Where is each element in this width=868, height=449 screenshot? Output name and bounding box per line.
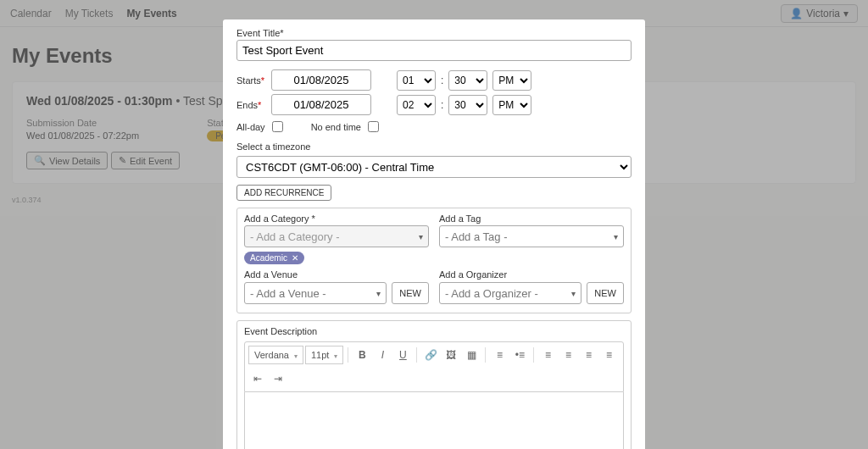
description-label: Event Description (244, 326, 624, 336)
description-editor[interactable] (244, 392, 624, 449)
link-icon[interactable]: 🔗 (421, 346, 440, 364)
title-label: Event Title* (236, 28, 632, 38)
align-right-icon[interactable]: ≡ (579, 346, 598, 364)
organizer-label: Add a Organizer (439, 269, 624, 280)
numbered-list-icon[interactable]: ≡ (490, 346, 509, 364)
outdent-icon[interactable]: ⇤ (248, 369, 267, 388)
tag-label: Add a Tag (439, 213, 624, 224)
timezone-select[interactable]: CST6CDT (GMT-06:00) - Central Time (236, 156, 632, 178)
start-min-select[interactable]: 30 (448, 70, 487, 91)
bold-icon[interactable]: B (353, 346, 371, 364)
starts-label: Starts* (236, 75, 266, 86)
align-justify-icon[interactable]: ≡ (599, 346, 618, 364)
venue-select[interactable]: - Add a Venue - (244, 282, 387, 304)
image-icon[interactable]: 🖼 (442, 346, 460, 364)
venue-label: Add a Venue (244, 269, 429, 280)
start-hour-select[interactable]: 01 (397, 70, 436, 91)
align-center-icon[interactable]: ≡ (559, 346, 577, 364)
category-label: Add a Category * (244, 213, 429, 224)
end-date-input[interactable] (271, 94, 371, 115)
allday-checkbox[interactable] (272, 121, 283, 132)
organizer-select[interactable]: - Add a Organizer - (439, 282, 581, 304)
italic-icon[interactable]: I (373, 346, 392, 364)
new-organizer-button[interactable]: NEW (587, 282, 624, 304)
font-family-select[interactable]: Verdana (248, 346, 303, 364)
allday-checkbox-label[interactable]: All-day (236, 119, 286, 135)
category-chip-academic: Academic ✕ (244, 252, 304, 264)
start-date-input[interactable] (271, 69, 371, 91)
modal-overlay: Event Title* Starts* 01 : 30 PM Ends* 02… (0, 0, 868, 449)
add-recurrence-button[interactable]: ADD RECURRENCE (236, 185, 331, 201)
indent-icon[interactable]: ⇥ (269, 369, 287, 388)
remove-chip-icon[interactable]: ✕ (292, 253, 298, 263)
align-left-icon[interactable]: ≡ (538, 346, 557, 364)
table-icon[interactable]: ▦ (462, 346, 481, 364)
bullet-list-icon[interactable]: •≡ (510, 346, 529, 364)
end-ampm-select[interactable]: PM (492, 95, 531, 115)
edit-event-modal: Event Title* Starts* 01 : 30 PM Ends* 02… (223, 19, 645, 449)
end-hour-select[interactable]: 02 (397, 95, 436, 115)
tag-select[interactable]: - Add a Tag - (439, 225, 624, 247)
font-size-select[interactable]: 11pt (305, 346, 343, 364)
timezone-label: Select a timezone (236, 141, 632, 152)
end-min-select[interactable]: 30 (448, 95, 487, 115)
start-ampm-select[interactable]: PM (492, 70, 531, 91)
rte-toolbar: Verdana 11pt B I U 🔗 🖼 ▦ ≡ •≡ ≡ ≡ ≡ ≡ ⇤ (244, 341, 624, 392)
event-title-input[interactable] (236, 40, 632, 61)
ends-label: Ends* (236, 100, 266, 110)
category-select[interactable]: - Add a Category - (244, 225, 429, 247)
noend-checkbox-label[interactable]: No end time (311, 119, 381, 135)
noend-checkbox[interactable] (368, 121, 379, 132)
new-venue-button[interactable]: NEW (392, 282, 429, 304)
underline-icon[interactable]: U (393, 346, 412, 364)
